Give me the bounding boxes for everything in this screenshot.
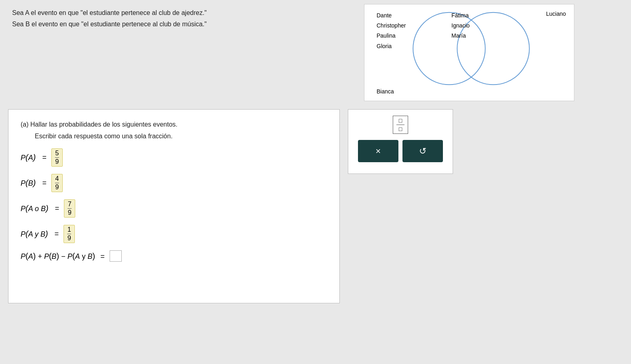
left-text: Sea A el evento en que "el estudiante pe… (0, 4, 364, 101)
payb-fraction: 1 9 (64, 225, 75, 243)
pb-row: P(B) = 4 9 (21, 174, 327, 192)
event-a-text: Sea A el evento en que "el estudiante pe… (12, 8, 352, 18)
undo-button[interactable]: ↺ (402, 140, 443, 162)
fraction-tool-icon: □ □ (393, 116, 408, 134)
name-christopher: Christopher (377, 21, 406, 31)
top-section: Sea A el evento en que "el estudiante pe… (0, 0, 631, 101)
content-area: (a) Hallar las probabilidades de los sig… (0, 101, 631, 303)
payb-denominator: 9 (68, 234, 71, 242)
pa-denominator: 9 (55, 158, 59, 165)
name-bianca: Bianca (377, 88, 394, 95)
pb-fraction: 4 9 (51, 174, 63, 192)
name-ignacio: Ignacio (451, 21, 470, 31)
name-gloria: Gloria (377, 41, 406, 51)
venn-diagram: Dante Christopher Paulina Gloria Fátima … (364, 4, 574, 101)
formula-text: P(A) + P(B) − P(A y B) = (21, 252, 108, 261)
pb-denominator: 9 (55, 183, 59, 191)
name-fatima: Fátima (451, 11, 470, 21)
instruction-line2: Escribir cada respuesta como una sola fr… (35, 131, 327, 141)
payb-label: P(A y B) (21, 229, 48, 239)
formula-answer-box[interactable] (110, 250, 122, 262)
fraction-tool-denominator: □ (399, 125, 402, 132)
pb-equals: = (42, 179, 47, 187)
svg-point-0 (413, 13, 485, 85)
venn-right-names: Luciano (546, 11, 566, 17)
fraction-tool-numerator: □ (396, 117, 404, 125)
main-container: Sea A el evento en que "el estudiante pe… (0, 0, 631, 364)
pa-fraction: 5 9 (51, 148, 63, 167)
payb-equals: = (55, 230, 59, 238)
pa-equals: = (42, 153, 47, 162)
instruction-line1: (a) Hallar las probabilidades de los sig… (21, 120, 327, 129)
pb-label: P(B) (21, 178, 36, 188)
venn-left-names: Dante Christopher Paulina Gloria (377, 11, 406, 51)
pa-numerator: 5 (55, 150, 59, 158)
pa-label: P(A) (21, 153, 36, 162)
paob-label: P(A o B) (21, 204, 49, 213)
venn-outside-names: Bianca (377, 88, 394, 95)
payb-numerator: 1 (67, 226, 71, 234)
paob-equals: = (55, 204, 59, 213)
tool-buttons-container: × ↺ (358, 140, 443, 162)
event-b-text: Sea B el evento en que "el estudiante pe… (12, 19, 352, 29)
formula-row: P(A) + P(B) − P(A y B) = (21, 250, 327, 262)
name-paulina: Paulina (377, 31, 406, 41)
venn-intersection-names: Fátima Ignacio María (451, 11, 470, 41)
payb-row: P(A y B) = 1 9 (21, 225, 327, 243)
name-maria: María (451, 31, 470, 41)
name-dante: Dante (377, 11, 406, 21)
problem-box: (a) Hallar las probabilidades de los sig… (8, 109, 340, 303)
paob-denominator: 9 (68, 209, 72, 216)
clear-button[interactable]: × (358, 140, 398, 162)
name-luciano: Luciano (546, 11, 566, 17)
paob-row: P(A o B) = 7 9 (21, 199, 327, 218)
pa-row: P(A) = 5 9 (21, 148, 327, 167)
paob-numerator: 7 (68, 201, 72, 209)
pb-numerator: 4 (55, 175, 59, 183)
paob-fraction: 7 9 (64, 199, 75, 218)
tool-panel: □ □ × ↺ (348, 109, 453, 174)
